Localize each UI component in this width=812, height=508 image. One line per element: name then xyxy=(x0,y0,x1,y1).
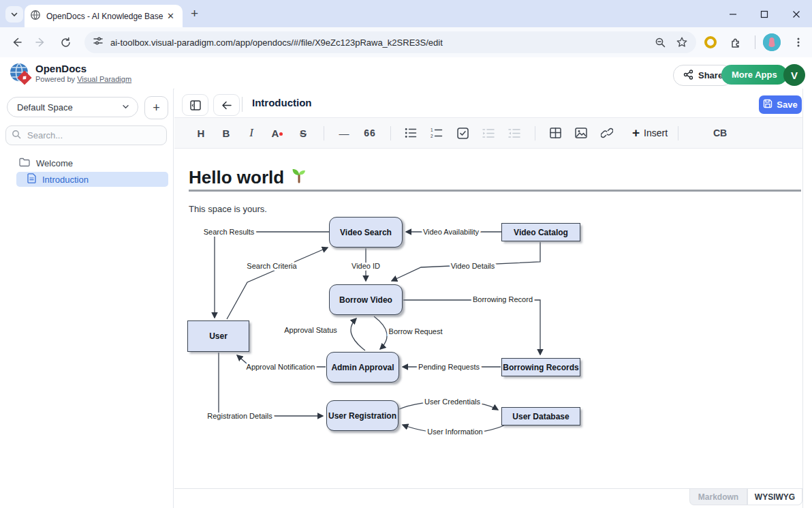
url-text[interactable]: ai-toolbox.visual-paradigm.com/app/opend… xyxy=(110,38,645,48)
font-color-icon[interactable]: A xyxy=(267,123,287,143)
tab-search-chevron-icon[interactable] xyxy=(5,6,23,23)
share-label: Share xyxy=(698,70,723,80)
mode-tab-markdown[interactable]: Markdown xyxy=(689,489,747,505)
insert-label: Insert xyxy=(644,128,668,138)
toolbar-separator xyxy=(390,126,391,140)
editor-top-bar: Introduction Save xyxy=(174,89,812,117)
diagram-node-user[interactable]: User xyxy=(187,320,249,352)
numbered-list-icon[interactable]: 12 xyxy=(426,123,447,143)
bullet-list-icon[interactable] xyxy=(401,123,421,143)
back-page-button[interactable] xyxy=(213,94,240,116)
back-icon[interactable] xyxy=(8,34,25,50)
code-block-icon[interactable]: CB xyxy=(710,123,730,143)
site-settings-icon[interactable] xyxy=(93,35,104,49)
nav-separator xyxy=(755,35,755,49)
save-label: Save xyxy=(777,100,797,110)
more-apps-button[interactable]: More Apps xyxy=(721,65,787,85)
strikethrough-icon[interactable]: S xyxy=(293,123,313,143)
chevron-down-icon xyxy=(122,102,129,113)
forward-icon[interactable] xyxy=(33,34,49,50)
visual-paradigm-link[interactable]: Visual Paradigm xyxy=(77,75,131,83)
sidebar-search[interactable] xyxy=(5,125,167,145)
svg-text:1: 1 xyxy=(431,128,433,132)
diagram-node-borrowing-records[interactable]: Borrowing Records xyxy=(501,358,580,376)
browser-tab[interactable]: OpenDocs - AI Knowledge Base ✕ xyxy=(25,5,183,27)
space-selector-dropdown[interactable]: Default Space xyxy=(7,97,138,117)
heading-icon[interactable]: H xyxy=(191,123,211,143)
heading-divider xyxy=(189,190,801,192)
add-space-button[interactable]: + xyxy=(144,96,168,119)
image-icon[interactable] xyxy=(571,123,591,143)
search-icon xyxy=(12,130,21,142)
diagram-node-video-search[interactable]: Video Search xyxy=(329,217,403,248)
svg-text:2: 2 xyxy=(431,134,433,138)
page-title: Introduction xyxy=(252,97,311,108)
bookmark-star-icon[interactable] xyxy=(676,36,688,48)
browser-window: OpenDocs - AI Knowledge Base ✕ + ai-tool… xyxy=(0,0,812,508)
space-selector-value: Default Space xyxy=(17,102,73,113)
opendocs-logo xyxy=(8,61,33,86)
document-canvas[interactable]: Hello world This space is yours. xyxy=(174,149,802,488)
diagram-node-admin-approval[interactable]: Admin Approval xyxy=(326,352,399,383)
horizontal-rule-icon[interactable]: — xyxy=(334,123,354,143)
address-bar[interactable]: ai-toolbox.visual-paradigm.com/app/opend… xyxy=(84,31,696,53)
save-button[interactable]: Save xyxy=(759,95,802,114)
extension-ring-icon[interactable] xyxy=(704,36,717,48)
document-icon xyxy=(27,173,36,185)
bold-icon[interactable]: B xyxy=(216,123,236,143)
toolbar-separator xyxy=(324,126,324,140)
inline-code-icon[interactable] xyxy=(685,123,705,143)
link-icon[interactable] xyxy=(597,123,617,143)
toolbar-separator xyxy=(678,126,678,140)
italic-icon[interactable]: I xyxy=(241,123,262,143)
search-input[interactable] xyxy=(26,130,151,141)
toolbar-separator xyxy=(535,126,535,140)
powered-by-text: Powered by Visual Paradigm xyxy=(35,75,131,83)
sidebar-toggle-icon[interactable] xyxy=(182,94,208,116)
diagram-node-user-database[interactable]: User Database xyxy=(501,407,580,425)
sidebar-item-introduction[interactable]: Introduction xyxy=(16,172,168,187)
browser-menu-kebab-icon[interactable] xyxy=(790,34,807,50)
reload-icon[interactable] xyxy=(57,34,74,50)
mode-tab-wysiwyg[interactable]: WYSIWYG xyxy=(747,489,802,505)
tab-title: OpenDocs - AI Knowledge Base xyxy=(46,12,164,21)
sidebar: Default Space + WelcomeIntroduction xyxy=(0,89,174,508)
tab-favicon-globe-icon xyxy=(30,10,41,23)
folder-icon xyxy=(19,158,30,169)
diagram-node-video-catalog[interactable]: Video Catalog xyxy=(501,223,580,241)
intro-paragraph: This space is yours. xyxy=(189,204,267,214)
topbar-separator xyxy=(242,97,243,112)
document-heading: Hello world xyxy=(189,166,308,189)
window-minimize-button[interactable] xyxy=(721,5,745,23)
editor-right-gutter xyxy=(802,89,812,508)
indent-icon xyxy=(478,123,499,143)
browser-tab-strip: OpenDocs - AI Knowledge Base ✕ + xyxy=(0,0,812,27)
document-tree: WelcomeIntroduction xyxy=(0,154,174,188)
app-name: OpenDocs xyxy=(35,63,87,74)
zoom-icon[interactable] xyxy=(655,37,666,48)
sidebar-item-label: Welcome xyxy=(36,158,73,168)
share-icon xyxy=(683,70,693,82)
sidebar-item-welcome[interactable]: Welcome xyxy=(16,155,168,170)
more-apps-label: More Apps xyxy=(732,70,777,80)
task-list-icon[interactable] xyxy=(452,123,473,143)
table-icon[interactable] xyxy=(545,123,565,143)
diagram-node-borrow-video[interactable]: Borrow Video xyxy=(329,284,403,315)
format-toolbar: HBIAS—6612+InsertCB xyxy=(174,117,802,149)
window-maximize-button[interactable] xyxy=(753,5,776,23)
extensions-puzzle-icon[interactable] xyxy=(728,35,744,51)
seedling-emoji xyxy=(290,166,308,189)
blockquote-icon[interactable]: 66 xyxy=(360,123,380,143)
tab-close-icon[interactable]: ✕ xyxy=(164,11,177,21)
diagram-node-user-registration[interactable]: User Registration xyxy=(326,400,399,431)
sidebar-item-label: Introduction xyxy=(42,175,89,185)
new-tab-button[interactable]: + xyxy=(191,6,198,21)
insert-button[interactable]: +Insert xyxy=(628,123,672,143)
outdent-icon xyxy=(504,123,525,143)
plus-icon: + xyxy=(632,126,640,139)
user-avatar[interactable]: V xyxy=(783,64,805,86)
save-icon xyxy=(763,99,772,110)
browser-profile-avatar[interactable] xyxy=(763,33,781,51)
window-close-button[interactable] xyxy=(785,5,808,23)
